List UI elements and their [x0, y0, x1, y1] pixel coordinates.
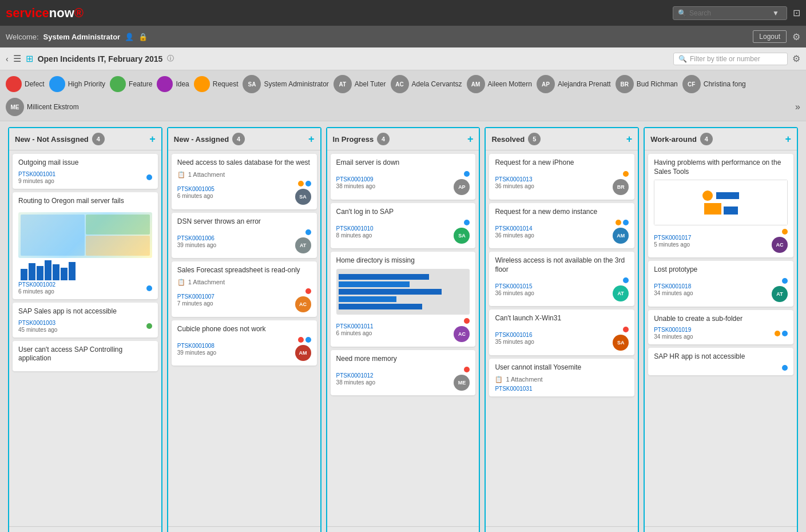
card-c15[interactable]: Wireless access is not available on the …	[489, 252, 634, 306]
tag-idea[interactable]: Idea	[157, 76, 189, 92]
column-add-button-resolved[interactable]: +	[626, 133, 633, 145]
welcome-bar: Welcome: System Administrator 👤 🔒 Logout…	[0, 26, 806, 47]
back-button[interactable]: ‹	[6, 54, 9, 63]
card-time-c9: 38 minutes ago	[336, 183, 375, 189]
card-ticket-c8[interactable]: PTSK0001008	[177, 343, 216, 349]
lock-icon[interactable]: 🔒	[138, 33, 148, 41]
card-c20[interactable]: Unable to create a sub-folderPTSK0001019…	[648, 310, 793, 345]
card-ticket-c5[interactable]: PTSK0001005	[177, 186, 215, 192]
tag-christina[interactable]: CFChristina fong	[682, 75, 746, 93]
tag-millicent[interactable]: MEMillicent Ekstrom	[6, 98, 79, 116]
tag-label-defect: Defect	[25, 80, 45, 88]
card-c9[interactable]: Email server is downPTSK000100938 minute…	[331, 154, 476, 200]
column-add-button-in-progress[interactable]: +	[467, 133, 474, 145]
card-c19[interactable]: Lost prototypePTSK000101834 minutes agoA…	[648, 261, 793, 307]
card-ticket-c11[interactable]: PTSK0001011	[336, 323, 374, 329]
card-c14[interactable]: Request for a new demo instancePTSK00010…	[489, 203, 634, 249]
tag-request[interactable]: Request	[194, 76, 239, 92]
info-icon[interactable]: ⓘ	[167, 54, 174, 63]
card-ticket-c9[interactable]: PTSK0001009	[336, 176, 375, 182]
tag-alejandra[interactable]: APAlejandra Prenatt	[537, 75, 611, 93]
card-ticket-c14[interactable]: PTSK0001014	[495, 225, 534, 232]
card-c12[interactable]: Need more memoryPTSK000101238 minutes ag…	[331, 350, 476, 396]
card-ticket-c13[interactable]: PTSK0001013	[495, 176, 534, 182]
card-ticket-c12[interactable]: PTSK0001012	[336, 372, 375, 379]
column-body-new-assigned: Need access to sales database for the we…	[168, 150, 320, 526]
grid-icon[interactable]: ⊞	[26, 53, 33, 64]
card-c8[interactable]: Cubicle phone does not workPTSK000100839…	[172, 320, 317, 366]
card-c6[interactable]: DSN server throws an errorPTSK000100639 …	[172, 213, 317, 259]
orange-dot	[623, 171, 629, 177]
card-right-c10: SA	[454, 220, 470, 244]
card-meta-c2: PTSK00010026 minutes ago	[18, 281, 55, 295]
column-header-resolved: Resolved5+	[486, 128, 638, 150]
card-time-c14: 36 minutes ago	[495, 232, 534, 239]
card-title-c3: SAP Sales app is not accessible	[18, 307, 152, 316]
blue-dot	[146, 285, 152, 291]
card-c11[interactable]: Home directory is missing PTSK00010116 m…	[331, 252, 476, 347]
tag-aileen[interactable]: AMAileen Mottern	[467, 75, 532, 93]
card-c16[interactable]: Can't launch X-Win31PTSK000101635 minute…	[489, 309, 634, 355]
card-c18[interactable]: Having problems with performance on the …	[648, 154, 793, 257]
search-box[interactable]: 🔍 ▼	[673, 6, 787, 20]
card-dots-c13	[623, 171, 629, 177]
card-right-c19: AT	[772, 278, 788, 302]
tag-defect[interactable]: Defect	[6, 76, 45, 92]
card-ticket-c18[interactable]: PTSK0001017	[654, 235, 691, 241]
card-ticket-c7[interactable]: PTSK0001007	[177, 293, 215, 300]
logout-button[interactable]: Logout	[753, 30, 787, 43]
card-dots-c16	[623, 327, 629, 332]
tag-bud[interactable]: BRBud Richman	[616, 75, 678, 93]
card-c3[interactable]: SAP Sales app is not accessiblePTSK00010…	[13, 303, 158, 338]
welcome-prefix: Welcome:	[6, 33, 39, 41]
menu-icon[interactable]: ☰	[13, 53, 21, 64]
card-c4[interactable]: User can't access SAP Controlling applic…	[13, 341, 158, 371]
tag-sys-admin[interactable]: SASystem Administrator	[243, 75, 328, 93]
card-meta-c10: PTSK00010108 minutes ago	[336, 225, 374, 239]
card-dots-c5	[298, 181, 311, 186]
card-ticket-c6[interactable]: PTSK0001006	[177, 235, 216, 241]
column-add-button-workaround[interactable]: +	[785, 133, 791, 145]
settings-icon[interactable]: ⚙	[792, 31, 800, 42]
user-icon[interactable]: 👤	[125, 33, 134, 41]
card-c10[interactable]: Can't log in to SAPPTSK00010108 minutes …	[331, 203, 476, 249]
card-c1[interactable]: Outgoing mail issuePTSK00010019 minutes …	[13, 154, 158, 189]
card-meta-c1: PTSK00010019 minutes ago	[18, 171, 55, 184]
column-add-button-new-not-assigned[interactable]: +	[149, 133, 156, 145]
board-settings-icon[interactable]: ⚙	[792, 53, 800, 64]
card-ticket-c16[interactable]: PTSK0001016	[495, 332, 534, 338]
tag-feature[interactable]: Feature	[110, 76, 152, 92]
card-right-c15: AT	[613, 277, 629, 301]
card-ticket-c20[interactable]: PTSK0001019	[654, 327, 693, 333]
column-title-new-assigned: New - Assigned	[174, 135, 229, 144]
card-ticket-c3[interactable]: PTSK0001003	[18, 320, 57, 326]
card-c7[interactable]: Sales Forecast spreadsheet is read-only📋…	[172, 261, 317, 317]
card-c17[interactable]: User cannot install Yosemite📋1 Attachmen…	[489, 359, 634, 396]
card-c2[interactable]: Routing to Oregon mail server fails PTSK…	[13, 192, 158, 300]
card-ticket-c15[interactable]: PTSK0001015	[495, 283, 534, 289]
dropdown-arrow-icon[interactable]: ▼	[772, 9, 779, 17]
card-ticket-c10[interactable]: PTSK0001010	[336, 225, 374, 232]
card-title-c18: Having problems with performance on the …	[654, 158, 788, 176]
card-c21[interactable]: SAP HR app is not accessible	[648, 348, 793, 375]
tag-high-priority[interactable]: High Priority	[49, 76, 105, 92]
restore-icon[interactable]: ⊡	[793, 7, 800, 18]
tag-avatar-sys-admin: SA	[243, 75, 261, 93]
card-c5[interactable]: Need access to sales database for the we…	[172, 154, 317, 209]
card-c13[interactable]: Request for a new iPhonePTSK000101336 mi…	[489, 154, 634, 200]
filter-box[interactable]: 🔍 Filter by title or number	[673, 53, 788, 65]
card-ticket-c2[interactable]: PTSK0001002	[18, 281, 55, 288]
board-container: New - Not Assisgned4+Outgoing mail issue…	[0, 121, 806, 532]
tags-collapse-button[interactable]: »	[795, 102, 800, 112]
card-ticket-c17[interactable]: PTSK0001031	[495, 386, 532, 392]
tag-adela[interactable]: ACAdela Cervantsz	[391, 75, 462, 93]
card-meta-c13: PTSK000101336 minutes ago	[495, 176, 534, 189]
card-time-c15: 36 minutes ago	[495, 290, 534, 296]
search-input[interactable]	[689, 9, 769, 17]
card-ticket-c19[interactable]: PTSK0001018	[654, 283, 693, 289]
tag-abel[interactable]: ATAbel Tuter	[333, 75, 386, 93]
card-dots-c9	[464, 171, 470, 177]
column-add-button-new-assigned[interactable]: +	[308, 133, 315, 145]
card-ticket-c1[interactable]: PTSK0001001	[18, 171, 55, 177]
logo[interactable]: servicenow®	[6, 6, 84, 21]
